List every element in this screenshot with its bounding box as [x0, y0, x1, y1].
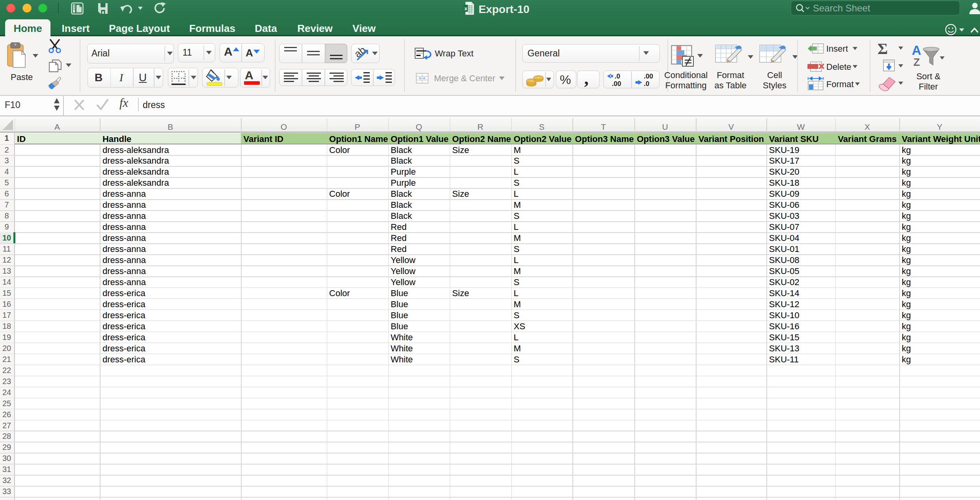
svg-text:x: x — [464, 6, 468, 11]
svg-text:.00: .00 — [612, 80, 621, 87]
svg-text:.0: .0 — [615, 73, 620, 80]
